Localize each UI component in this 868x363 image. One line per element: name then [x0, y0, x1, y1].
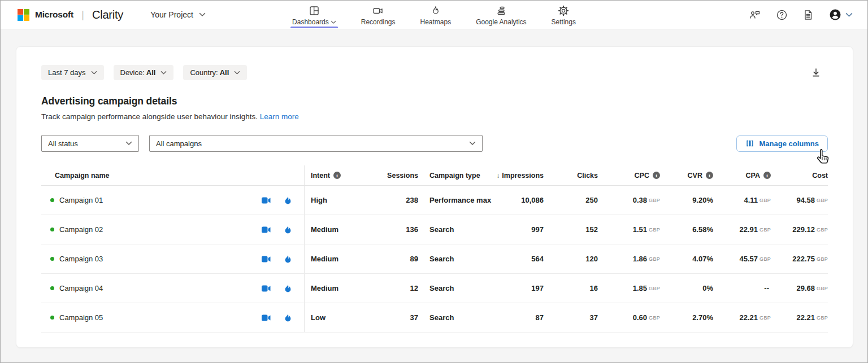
heatmaps-icon [430, 5, 441, 16]
currency-label: GBP [760, 227, 771, 233]
settings-icon [558, 5, 569, 16]
table-row[interactable]: Campaign 02 Medium 136 Search 997 152 1.… [41, 215, 828, 244]
view-heatmap-icon[interactable] [284, 284, 292, 293]
cell-cost: 94.58GBP [771, 186, 828, 215]
feedback-icon[interactable] [749, 9, 761, 20]
manage-columns-button[interactable]: Manage columns [736, 135, 828, 152]
view-recordings-icon[interactable] [261, 255, 271, 263]
cell-cvr: 4.07% [660, 244, 713, 273]
tab-settings[interactable]: Settings [552, 1, 576, 29]
table-row[interactable]: Campaign 01 High 238 Performance max 10,… [41, 186, 828, 215]
device-filter[interactable]: Device:All [114, 65, 174, 80]
col-impressions[interactable]: ↓ Impressions [488, 165, 544, 185]
device-filter-label: Device:All [120, 68, 156, 77]
microsoft-logo-icon [18, 9, 29, 21]
view-recordings-icon[interactable] [261, 285, 271, 292]
col-clicks[interactable]: Clicks [544, 165, 598, 185]
page-title: Advertising campaign details [41, 95, 828, 107]
col-sessions[interactable]: Sessions [367, 165, 418, 185]
view-heatmap-icon[interactable] [284, 313, 292, 322]
date-range-filter[interactable]: Last 7 days [41, 65, 104, 80]
cell-cpa: 22.21GBP [713, 303, 771, 332]
view-recordings-icon[interactable] [261, 196, 271, 204]
currency-label: GBP [649, 286, 660, 291]
cell-campaign: Campaign 03 [41, 244, 304, 273]
cell-sessions: 136 [367, 215, 418, 244]
avatar-icon [828, 8, 842, 21]
view-recordings-icon[interactable] [261, 226, 271, 234]
info-icon[interactable]: i [653, 172, 660, 179]
top-right-tools [749, 8, 867, 21]
status-select[interactable]: All status [41, 135, 139, 152]
row-actions [261, 255, 292, 264]
status-dot [50, 257, 54, 261]
app-window: Microsoft | Clarity Your Project Dashboa… [0, 0, 868, 363]
table-row[interactable]: Campaign 05 Low 37 Search 87 37 0.60GBP … [41, 303, 828, 333]
tab-google-analytics[interactable]: Google Analytics [476, 1, 526, 29]
currency-label: GBP [649, 315, 660, 321]
view-heatmap-icon[interactable] [284, 225, 292, 234]
col-cpa[interactable]: CPA i [713, 165, 771, 185]
documentation-icon[interactable] [802, 9, 814, 21]
download-icon [811, 67, 821, 78]
chevron-down-icon [469, 141, 476, 146]
info-icon[interactable]: i [763, 172, 771, 179]
learn-more-link[interactable]: Learn more [260, 112, 299, 121]
cell-sessions: 238 [367, 186, 418, 215]
campaigns-select-value: All campaigns [156, 139, 202, 148]
col-intent[interactable]: Intent i [304, 165, 367, 185]
main-navigation: Dashboards Recordings Heatmaps [292, 1, 576, 29]
table-row[interactable]: Campaign 03 Medium 89 Search 564 120 1.8… [41, 244, 828, 274]
view-heatmap-icon[interactable] [284, 196, 292, 205]
cell-intent: Low [304, 303, 367, 332]
cell-cost: 222.75GBP [771, 244, 828, 273]
info-icon[interactable]: i [706, 172, 713, 179]
col-cvr[interactable]: CVR i [660, 165, 713, 185]
project-selector[interactable]: Your Project [150, 10, 206, 19]
cell-cpa: 22.91GBP [713, 215, 771, 244]
info-icon[interactable]: i [333, 172, 341, 179]
col-cost[interactable]: Cost [771, 165, 828, 185]
view-heatmap-icon[interactable] [284, 255, 292, 264]
cell-intent: Medium [304, 274, 367, 303]
tab-heatmaps[interactable]: Heatmaps [420, 1, 451, 29]
campaign-name: Campaign 05 [59, 313, 103, 322]
country-filter[interactable]: Country:All [183, 65, 247, 80]
status-dot [50, 198, 54, 202]
tab-dashboards-label: Dashboards [292, 18, 329, 26]
chevron-down-icon [234, 71, 240, 75]
cell-clicks: 37 [544, 303, 598, 332]
col-campaign-name[interactable]: Campaign name [41, 165, 304, 185]
view-recordings-icon[interactable] [261, 314, 271, 322]
cell-campaign-type: Search [418, 303, 488, 332]
table-row[interactable]: Campaign 04 Medium 12 Search 197 16 1.85… [41, 274, 828, 303]
recordings-icon [372, 5, 384, 16]
cell-cpc: 0.38GBP [598, 186, 660, 215]
row-actions [261, 225, 292, 234]
country-filter-label: Country:All [190, 68, 229, 77]
account-menu[interactable] [828, 8, 853, 21]
cell-campaign-type: Search [418, 274, 488, 303]
cell-intent: Medium [304, 215, 367, 244]
cell-impressions: 997 [488, 215, 544, 244]
currency-label: GBP [649, 256, 660, 262]
download-button[interactable] [811, 67, 821, 80]
currency-label: GBP [817, 286, 828, 291]
row-actions [261, 196, 292, 205]
campaign-name: Campaign 02 [59, 225, 103, 234]
tab-recordings[interactable]: Recordings [361, 1, 396, 29]
tab-google-analytics-label: Google Analytics [476, 18, 526, 26]
cell-sessions: 37 [367, 303, 418, 332]
cell-clicks: 152 [544, 215, 598, 244]
currency-label: GBP [760, 315, 771, 321]
campaigns-select[interactable]: All campaigns [149, 135, 483, 152]
col-cpc[interactable]: CPC i [598, 165, 660, 185]
help-icon[interactable] [776, 9, 788, 21]
currency-label: GBP [817, 315, 828, 321]
tab-dashboards[interactable]: Dashboards [292, 1, 336, 29]
filter-chips: Last 7 days Device:All Country:All [41, 65, 828, 80]
cell-cpa: 4.11GBP [713, 186, 771, 215]
col-campaign-type[interactable]: Campaign type [418, 165, 488, 185]
currency-label: GBP [817, 227, 828, 233]
project-name: Your Project [150, 10, 193, 19]
